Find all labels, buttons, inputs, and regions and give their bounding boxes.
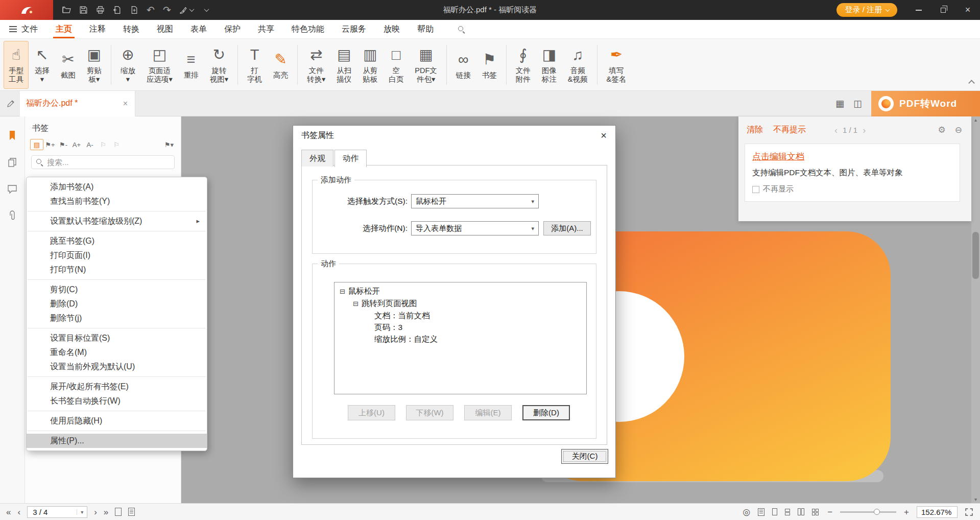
menu-find-current-bookmark[interactable]: 查找当前书签(Y)	[27, 194, 207, 208]
zoom-out-icon[interactable]: −	[827, 508, 832, 516]
menu-goto-bookmark[interactable]: 跳至书签(G)	[27, 234, 207, 248]
tool-highlight[interactable]: ✎ 高亮	[268, 41, 293, 89]
add-bookmark-icon[interactable]: ⚑+	[43, 139, 57, 150]
tool-fit-page-options[interactable]: ◰ 页面适 应选项▾	[141, 41, 178, 89]
menu-set-appearance-default[interactable]: 设置当前外观为默认(U)	[27, 360, 207, 374]
eye-protection-icon[interactable]: ◎	[743, 508, 750, 516]
menu-file[interactable]: 文件	[0, 20, 47, 38]
grid-view-icon[interactable]: ▦	[835, 98, 844, 109]
close-dialog-button[interactable]: 关闭(C)	[561, 449, 608, 464]
trigger-select[interactable]: 鼠标松开 ▾	[411, 194, 539, 208]
login-register-button[interactable]: 登录 / 注册	[836, 3, 897, 17]
collapse-node-icon[interactable]: ⊟	[353, 298, 362, 310]
menu-wrap-long-bookmarks[interactable]: 长书签自动换行(W)	[27, 394, 207, 408]
fullscreen-icon[interactable]	[965, 508, 973, 516]
tool-rotate-view[interactable]: ↻ 旋转 视图▾	[205, 41, 233, 89]
tool-from-scanner[interactable]: ▤ 从扫 描仪	[331, 41, 356, 89]
tool-file-attachment[interactable]: ∮ 文件 附件	[511, 41, 536, 89]
tool-link[interactable]: ∞ 链接	[451, 41, 476, 89]
menu-tab-share[interactable]: 共享	[249, 20, 283, 38]
tool-typewriter[interactable]: T 打 字机	[242, 41, 267, 89]
menu-delete[interactable]: 删除(D)	[27, 297, 207, 311]
font-decrease-icon[interactable]: A-	[83, 139, 97, 150]
menu-tab-help[interactable]: 帮助	[409, 20, 442, 38]
undo-icon[interactable]: ↶	[147, 5, 155, 15]
previous-bookmark-icon[interactable]: ⚐	[97, 139, 110, 150]
pages-panel-icon[interactable]	[7, 157, 17, 168]
bookmarks-panel-icon[interactable]	[8, 130, 17, 141]
pdf-to-word-button[interactable]: PDF转Word	[871, 91, 980, 116]
hide-panel-icon[interactable]: ⊖	[955, 125, 962, 135]
next-view-icon[interactable]	[128, 508, 135, 516]
menu-tab-present[interactable]: 放映	[375, 20, 409, 38]
tree-node-zoom-ratio[interactable]: 缩放比例：自定义	[334, 333, 586, 345]
facing-pages-icon[interactable]	[798, 508, 804, 515]
create-pdf-icon[interactable]	[130, 6, 138, 14]
close-window-button[interactable]: ×	[955, 0, 980, 20]
tool-image-annotation[interactable]: ◨ 图像 标注	[537, 41, 562, 89]
last-page-icon[interactable]: »	[104, 508, 108, 516]
menu-set-destination[interactable]: 设置目标位置(S)	[27, 331, 207, 345]
tool-hand[interactable]: ☝ 手型 工具	[4, 41, 29, 89]
menu-tab-form[interactable]: 表单	[182, 20, 216, 38]
collapse-node-icon[interactable]: ⊟	[340, 286, 348, 297]
tree-node-mouse-up[interactable]: ⊟鼠标松开	[334, 285, 586, 297]
chevron-down-icon[interactable]: ▾	[77, 509, 87, 515]
move-down-button[interactable]: 下移(W)	[406, 405, 453, 420]
menu-expand-collapse-all[interactable]: 展开/收起所有书签(E)	[27, 380, 207, 394]
menu-tab-comment[interactable]: 注释	[81, 20, 114, 38]
previous-page-icon[interactable]: ‹	[17, 508, 20, 516]
menu-rename[interactable]: 重命名(M)	[27, 345, 207, 360]
menu-add-bookmark[interactable]: 添加书签(A)	[27, 180, 207, 194]
dialog-close-icon[interactable]: ×	[592, 126, 615, 145]
pager-next-icon[interactable]: ›	[863, 126, 866, 135]
tree-node-document[interactable]: 文档：当前文档	[334, 310, 586, 321]
menu-delete-section[interactable]: 删除节(j)	[27, 311, 207, 325]
menu-hide-after-use[interactable]: 使用后隐藏(H)	[27, 414, 207, 428]
tool-zoom[interactable]: ⊕ 缩放 ▾	[115, 41, 140, 89]
minimize-button[interactable]	[906, 0, 931, 20]
pager-previous-icon[interactable]: ‹	[834, 126, 838, 135]
print-icon[interactable]	[96, 6, 105, 14]
move-up-button[interactable]: 上移(U)	[348, 405, 395, 420]
tool-convert-file[interactable]: ⇄ 文件 转换▾	[302, 41, 330, 89]
zoom-slider[interactable]	[840, 511, 896, 513]
menu-properties[interactable]: 属性(P)...	[27, 434, 207, 448]
menu-cut[interactable]: 剪切(C)	[27, 282, 207, 297]
menu-tab-home[interactable]: 主页	[47, 20, 81, 38]
zoom-in-icon[interactable]: +	[904, 508, 909, 516]
tool-from-clipboard[interactable]: ▥ 从剪 贴板	[357, 41, 383, 89]
search-icon[interactable]	[458, 20, 465, 38]
text-viewer-icon[interactable]	[758, 508, 764, 516]
tool-select[interactable]: ↖ 选择 ▾	[30, 41, 55, 89]
bookmark-search-box[interactable]	[31, 155, 175, 169]
page-number-box[interactable]: 3 / 4 ▾	[27, 506, 87, 518]
scrollbar-thumb[interactable]	[972, 232, 979, 279]
scroll-down-icon[interactable]: ▾	[974, 497, 977, 502]
font-increase-icon[interactable]: A+	[70, 139, 83, 150]
bookmark-settings-icon[interactable]: ⚑▾	[162, 139, 176, 150]
dont-prompt-link[interactable]: 不再提示	[773, 125, 806, 135]
dont-show-again-checkbox[interactable]: 不再显示	[752, 184, 952, 194]
menu-print-section[interactable]: 打印节(N)	[27, 263, 207, 277]
action-tree[interactable]: ⊟鼠标松开 ⊟跳转到页面视图 文档：当前文档	[334, 282, 587, 394]
close-tab-icon[interactable]: ×	[122, 99, 129, 108]
document-tab[interactable]: 福昕办公.pdf * ×	[20, 91, 135, 116]
zoom-slider-thumb[interactable]	[874, 509, 880, 515]
previous-view-icon[interactable]	[115, 508, 122, 516]
vertical-scrollbar[interactable]: ▴ ▾	[971, 116, 980, 503]
edit-pencil-icon[interactable]	[7, 100, 15, 108]
foxit-logo[interactable]	[0, 0, 53, 20]
clear-link[interactable]: 清除	[747, 125, 763, 135]
continuous-facing-icon[interactable]	[812, 509, 820, 515]
tool-clipboard[interactable]: ▣ 剪贴 板▾	[82, 41, 107, 89]
page-view-icon[interactable]: ◫	[853, 98, 862, 109]
tool-pdf-portfolio[interactable]: ▦ PDF文 件包▾	[410, 41, 442, 89]
first-page-icon[interactable]: «	[6, 508, 11, 516]
delete-action-button[interactable]: 删除(D)	[522, 405, 570, 420]
action-select[interactable]: 导入表单数据 ▾	[411, 221, 539, 235]
menu-tab-convert[interactable]: 转换	[114, 20, 148, 38]
format-brush-icon[interactable]	[179, 6, 194, 14]
delete-bookmark-icon[interactable]: ⚑-	[57, 139, 70, 150]
next-page-icon[interactable]: ›	[94, 508, 97, 516]
